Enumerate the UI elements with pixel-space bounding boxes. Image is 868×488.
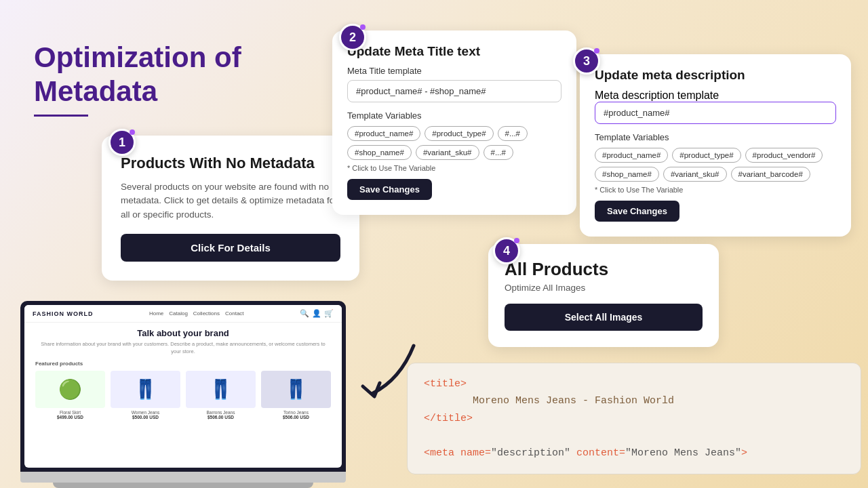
code-tag-close: </title> [424,413,473,424]
tag3-variant-sku[interactable]: #variant_sku# [663,167,727,182]
product1-img: 🟢 [35,371,105,408]
tag-more1[interactable]: #...# [498,126,528,141]
card2-title: Update Meta Title text [347,44,561,59]
code-line1: <title> [424,375,844,393]
title-line1: Optimization of [34,41,241,75]
laptop-nav-links: Home Catalog Collections Contact [149,310,244,317]
tag3-shop-name[interactable]: #shop_name# [595,167,659,182]
product4-img: 👖 [261,371,331,408]
product3-name: Barrons Jeans [186,410,256,415]
arrow-decoration [346,325,427,407]
card-update-meta-title: Update Meta Title text Meta Title templa… [332,30,576,215]
laptop-nav-icons: 🔍 👤 🛒 [300,309,334,318]
laptop-hero-sub: Share information about your brand with … [35,341,331,355]
product2-name: Women Jeans [111,410,180,415]
tag3-variant-barcode[interactable]: #variant_barcode# [731,167,810,182]
code-attr-name: name= [460,447,491,459]
card3-template-input[interactable]: #product_name# [595,102,836,124]
card3-tags-row2: #shop_name# #variant_sku# #variant_barco… [595,167,836,182]
code-line4 [424,427,844,445]
laptop-featured-label: Featured products [35,361,331,367]
tag3-product-type[interactable]: #product_type# [672,148,741,163]
cart-icon: 🛒 [324,309,334,318]
code-title-text: Moreno Mens Jeans - Fashion World [424,395,674,407]
tag-variant-sku[interactable]: #variant_sku# [416,145,479,160]
nav-catalog: Catalog [169,310,188,317]
laptop-inner: FASHION WORLD Home Catalog Collections C… [24,305,342,468]
code-tag-end: > [741,447,747,459]
code-meta-tag: <meta [424,447,460,459]
product2-img: 👖 [111,371,180,408]
card4-subtitle: Optimize All Images [505,283,703,293]
card1-body: Several products on your website are fou… [121,180,340,222]
card2-click-hint: * Click to Use The Variable [347,164,561,172]
laptop-product-3: 👖 Barrons Jeans $506.00 USD [186,371,256,420]
product4-name: Torino Jeans [261,410,331,415]
card2-template-label: Meta Title template [347,66,561,76]
product2-price: $500.00 USD [111,415,180,420]
step2-badge: 2 [339,24,366,51]
laptop-mockup: FASHION WORLD Home Catalog Collections C… [20,301,346,488]
product1-price: $499.00 USD [35,415,105,420]
card3-tags-row1: #product_name# #product_type# #product_v… [595,148,836,163]
card-update-meta-description: Update meta description Meta description… [580,54,851,237]
laptop-hero-title: Talk about your brand [35,328,331,338]
card2-tags-row2: #shop_name# #variant_sku# #...# [347,145,561,160]
laptop-foot [53,483,313,488]
code-block: <title> Moreno Mens Jeans - Fashion Worl… [407,363,861,475]
tag-shop-name[interactable]: #shop_name# [347,145,412,160]
laptop-base [20,472,346,483]
card2-variables-label: Template Variables [347,110,561,121]
tag-more2[interactable]: #...# [484,145,513,160]
card2-save-button[interactable]: Save Changes [347,179,432,200]
tag3-product-name[interactable]: #product_name# [595,148,668,163]
code-attr-content: content= [570,447,625,459]
laptop-product-1: 🟢 Floral Skirt $499.00 USD [35,371,105,420]
card-all-products: All Products Optimize All Images Select … [488,244,719,347]
laptop-product-4: 👖 Torino Jeans $506.00 USD [261,371,331,420]
nav-contact: Contact [225,310,244,317]
card1-title: Products With No Metadata [121,155,340,172]
card4-title: All Products [505,259,703,280]
tag-product-type[interactable]: #product_type# [425,126,493,141]
code-line3: </title> [424,410,844,428]
card3-click-hint: * Click to Use The Variable [595,186,836,194]
card3-template-label: Meta description template [595,89,836,102]
card-products-no-metadata: Products With No Metadata Several produc… [102,136,359,281]
card3-save-button[interactable]: Save Changes [595,201,679,222]
laptop-products: 🟢 Floral Skirt $499.00 USD 👖 Women Jeans… [35,371,331,420]
laptop-brand: FASHION WORLD [33,310,94,317]
tag3-product-vendor[interactable]: #product_vendor# [745,148,823,163]
card2-tags-row1: #product_name# #product_type# #...# [347,126,561,141]
title-line2: Metadata [34,75,241,108]
laptop-nav: FASHION WORLD Home Catalog Collections C… [24,305,342,323]
user-icon: 👤 [312,309,321,318]
search-icon: 🔍 [300,309,309,318]
click-for-details-button[interactable]: Click For Details [121,234,340,262]
laptop-content: Talk about your brand Share information … [24,323,342,425]
product4-price: $506.00 USD [261,415,331,420]
laptop-product-2: 👖 Women Jeans $500.00 USD [111,371,180,420]
card3-title: Update meta description [595,68,836,83]
step1-badge: 1 [108,129,136,156]
code-line2: Moreno Mens Jeans - Fashion World [424,392,844,410]
product3-img: 👖 [186,371,256,408]
step4-badge: 4 [493,237,520,264]
laptop-screen: FASHION WORLD Home Catalog Collections C… [20,301,346,472]
title-underline [34,115,88,117]
code-attr-content-val: "Moreno Mens Jeans" [625,447,741,459]
select-all-images-button[interactable]: Select All Images [505,304,703,331]
nav-collections: Collections [193,310,220,317]
code-line5: <meta name="description" content="Moreno… [424,445,844,462]
nav-home: Home [149,310,163,317]
code-tag-open: <title> [424,378,467,390]
product3-price: $506.00 USD [186,415,256,420]
step3-badge: 3 [573,47,600,75]
product1-name: Floral Skirt [35,410,105,415]
card3-variables-label: Template Variables [595,132,836,142]
card2-template-input[interactable]: #product_name# - #shop_name# [347,80,561,102]
main-title-block: Optimization of Metadata [34,41,241,117]
tag-product-name[interactable]: #product_name# [347,126,420,141]
code-attr-name-val: "description" [491,447,570,459]
